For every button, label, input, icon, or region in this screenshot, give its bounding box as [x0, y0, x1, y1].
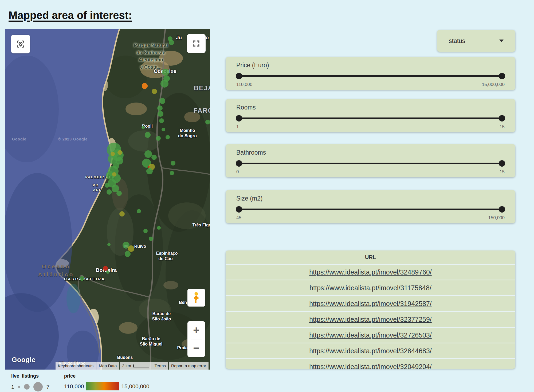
pegman-button[interactable]: [187, 289, 205, 307]
size-slider-track[interactable]: [239, 209, 502, 210]
listing-dot[interactable]: [145, 132, 151, 138]
listing-dot[interactable]: [162, 69, 169, 76]
listing-dot[interactable]: [166, 135, 170, 139]
size-slider-min-handle[interactable]: [236, 206, 242, 213]
listing-url-link[interactable]: https://www.idealista.pt/imovel/32844683…: [309, 347, 432, 355]
url-table-header: URL: [226, 250, 515, 264]
listing-dot[interactable]: [170, 171, 174, 175]
table-row: https://www.idealista.pt/imovel/32726503…: [226, 327, 515, 343]
price-legend: price 110,000 15,000,000: [64, 373, 149, 390]
listing-dot[interactable]: [112, 172, 116, 177]
listing-dot[interactable]: [162, 128, 165, 131]
listing-dot[interactable]: [128, 245, 134, 252]
listing-url-link[interactable]: https://www.idealista.pt/imovel/32489760…: [309, 268, 432, 276]
listing-dot[interactable]: [148, 166, 150, 168]
price-slider-max-value: 15,000,000: [482, 82, 505, 87]
table-row: https://www.idealista.pt/imovel/31942587…: [226, 295, 515, 311]
scale-bar: [133, 364, 149, 367]
listing-url-link[interactable]: https://www.idealista.pt/imovel/31942587…: [309, 300, 432, 308]
bathrooms-slider-label: Bathrooms: [236, 149, 266, 156]
price-slider-min-handle[interactable]: [236, 73, 242, 79]
listing-dot[interactable]: [168, 36, 172, 41]
listing-dot[interactable]: [103, 266, 108, 271]
terms-link[interactable]: Terms: [152, 362, 168, 370]
report-map-error-link[interactable]: Report a map error: [169, 362, 209, 370]
listing-dot[interactable]: [171, 161, 175, 166]
fullscreen-icon: [191, 38, 201, 49]
listing-dot[interactable]: [159, 118, 164, 123]
size-slider-max-handle[interactable]: [499, 206, 505, 213]
map-scale[interactable]: 2 km: [120, 362, 152, 370]
listing-dot[interactable]: [105, 183, 109, 188]
table-row: https://www.idealista.pt/imovel/32377259…: [226, 311, 515, 327]
google-logo[interactable]: Google: [12, 356, 36, 364]
size-slider-panel: Size (m2) 45 150,000: [226, 190, 515, 223]
listing-dot[interactable]: [137, 209, 141, 213]
url-table-rows: https://www.idealista.pt/imovel/32489760…: [226, 264, 515, 369]
listing-dot[interactable]: [116, 191, 122, 196]
listing-dot[interactable]: [142, 83, 148, 89]
listing-dot[interactable]: [160, 80, 168, 88]
size-slider-label: Size (m2): [236, 195, 262, 202]
zoom-control: + −: [187, 321, 205, 357]
zoom-out-button[interactable]: −: [187, 339, 205, 357]
rooms-slider-max-handle[interactable]: [499, 115, 505, 121]
listing-dot[interactable]: [144, 150, 152, 158]
listing-dot[interactable]: [80, 276, 84, 281]
price-slider-label: Price (Euro): [236, 62, 269, 69]
size-legend-min: 1: [11, 384, 14, 390]
table-row: https://www.idealista.pt/imovel/32489760…: [226, 264, 515, 280]
rooms-slider-track[interactable]: [239, 117, 502, 119]
bathrooms-slider-max-handle[interactable]: [499, 160, 505, 167]
price-slider-track[interactable]: [239, 75, 502, 77]
table-row: https://www.idealista.pt/imovel/31175848…: [226, 280, 515, 295]
chevron-down-icon: [499, 40, 504, 42]
listing-dot[interactable]: [159, 98, 165, 104]
size-legend: live_listings 1 7: [11, 373, 49, 391]
price-gradient-bar: [86, 382, 119, 390]
listing-dot[interactable]: [158, 111, 163, 117]
price-slider-max-handle[interactable]: [499, 73, 505, 79]
bathrooms-slider-min-handle[interactable]: [236, 160, 242, 167]
table-row: https://www.idealista.pt/imovel/32049204…: [226, 358, 515, 369]
listing-dot[interactable]: [146, 168, 153, 174]
listing-dot[interactable]: [106, 271, 109, 274]
zoom-in-button[interactable]: +: [187, 321, 205, 339]
size-legend-medium-circle: [24, 384, 30, 390]
size-legend-title: live_listings: [11, 373, 49, 379]
listing-dot[interactable]: [157, 105, 163, 111]
listing-dot[interactable]: [119, 211, 125, 217]
listing-dot[interactable]: [111, 152, 115, 156]
listing-dot[interactable]: [142, 126, 145, 129]
price-legend-title: price: [64, 373, 149, 379]
rooms-slider-min-handle[interactable]: [236, 115, 242, 121]
listing-dot[interactable]: [152, 89, 157, 94]
listing-dot[interactable]: [157, 226, 161, 230]
listing-dot[interactable]: [107, 243, 111, 246]
map-canvas[interactable]: Parque Naturaldo SudoesteAlentejanoe Cos…: [5, 29, 210, 370]
price-slider-panel: Price (Euro) 110,000 15,000,000: [226, 57, 515, 90]
listing-dot[interactable]: [143, 229, 148, 233]
listing-url-link[interactable]: https://www.idealista.pt/imovel/32726503…: [309, 331, 432, 339]
frame-location-button[interactable]: [11, 35, 30, 53]
keyboard-shortcuts-link[interactable]: Keyboard shortcuts: [56, 362, 96, 370]
page-title: Mapped area of interest:: [9, 9, 132, 21]
rooms-slider-min-value: 1: [236, 124, 239, 130]
map-data-link[interactable]: Map Data: [96, 362, 119, 370]
listing-dot[interactable]: [205, 120, 210, 124]
listing-dot[interactable]: [117, 150, 122, 155]
listing-dot[interactable]: [107, 189, 112, 195]
fullscreen-button[interactable]: [187, 34, 206, 53]
listing-dot[interactable]: [149, 237, 153, 241]
rooms-slider-max-value: 15: [500, 124, 505, 130]
listing-url-link[interactable]: https://www.idealista.pt/imovel/32049204…: [309, 363, 432, 369]
listing-url-link[interactable]: https://www.idealista.pt/imovel/31175848…: [309, 284, 431, 292]
bathrooms-slider-track[interactable]: [239, 163, 502, 164]
listing-url-link[interactable]: https://www.idealista.pt/imovel/32377259…: [309, 316, 432, 323]
status-dropdown[interactable]: status: [437, 30, 515, 52]
size-legend-max: 7: [46, 384, 50, 390]
listing-dot[interactable]: [156, 136, 161, 141]
map-attribution: Keyboard shortcuts Map Data 2 km Terms R…: [56, 362, 209, 370]
listing-dot[interactable]: [151, 155, 157, 160]
listing-dot[interactable]: [125, 251, 131, 257]
